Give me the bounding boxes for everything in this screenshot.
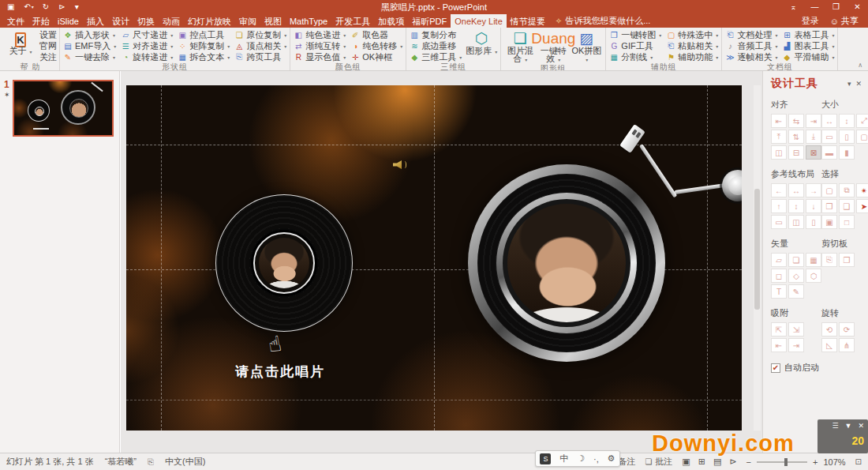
help-link-button[interactable]: 官网 <box>39 40 57 51</box>
ribbon-button[interactable]: ⊞ 表格工具 ▾ <box>781 29 835 40</box>
tell-me-box[interactable]: ✧ 告诉我您想要做什么... <box>556 14 651 28</box>
ribbon-button[interactable]: ◔ 旋转递进 ▾ <box>120 51 174 62</box>
tonearm-pivot[interactable] <box>722 170 742 201</box>
tool-button[interactable]: ⇆ <box>788 114 804 128</box>
ribbon-button[interactable]: R 显示色值 ▾ <box>293 51 346 62</box>
tool-button[interactable]: ⟲ <box>821 322 837 337</box>
autostart-checkbox[interactable]: ✔ <box>771 363 780 373</box>
view-button[interactable]: ▤ <box>713 457 721 467</box>
tool-button[interactable]: ↕ <box>839 114 855 128</box>
slide-canvas[interactable]: ☝ 请点击此唱片 <box>126 85 742 431</box>
ribbon-tab[interactable]: 加载项 <box>374 14 408 28</box>
tool-button[interactable]: ⟳ <box>839 322 855 337</box>
ribbon-button[interactable]: ▥ 复制分布 <box>409 29 462 40</box>
ribbon-button[interactable]: ⎗ 文档处理 ▾ <box>724 29 778 40</box>
tool-button[interactable]: ⇅ <box>788 130 804 144</box>
tool-button[interactable]: ▭ <box>821 130 837 144</box>
ribbon-tab[interactable]: 幻灯片放映 <box>184 14 235 28</box>
tool-button[interactable]: ▮ <box>839 145 855 160</box>
panel-close-icon[interactable]: ✕ <box>855 80 862 88</box>
ribbon-button[interactable]: G GIF工具 <box>608 40 662 51</box>
ribbon-button[interactable]: ❏ 原位复制 ▾ <box>234 29 287 40</box>
ribbon-button[interactable]: ☰ 对齐递进 ▾ <box>120 40 174 51</box>
ribbon-tab[interactable]: MathType <box>286 14 331 28</box>
fit-slide-icon[interactable]: ⊡ <box>855 457 862 466</box>
ribbon-tab[interactable]: 福昕PDF <box>408 14 451 28</box>
tool-button[interactable]: ▦ <box>806 253 821 267</box>
ribbon-tab[interactable]: iSlide <box>54 14 83 28</box>
panel-collapse-icon[interactable]: ▾ <box>847 80 851 88</box>
restore-icon[interactable]: ❐ <box>825 0 847 14</box>
ribbon-tab[interactable]: OneKey Lite <box>451 14 507 28</box>
tool-button[interactable]: ⤢ <box>856 114 868 128</box>
ribbon-button[interactable]: ✛ OK神框 <box>350 51 403 62</box>
ribbon-button[interactable]: ▢ 特殊选中 ▾ <box>665 29 719 40</box>
tool-button[interactable]: → <box>806 183 821 197</box>
ribbon-tab[interactable]: 设计 <box>108 14 133 28</box>
tool-button[interactable]: ❑ <box>839 199 855 213</box>
scrollbar-thumb[interactable] <box>754 189 760 310</box>
tool-button[interactable]: ↔ <box>788 183 804 197</box>
zoom-level[interactable]: 107% <box>823 457 845 467</box>
ribbon-big-button[interactable]: ⬡ 图形库 ▾ <box>465 29 498 56</box>
ribbon-button[interactable]: ❖ 插入形状 ▾ <box>62 29 117 40</box>
ribbon-big-button[interactable]: ▨ OK拼图 ▾ <box>570 29 603 64</box>
ribbon-button[interactable]: ▤ EMF导入 ▾ <box>62 40 117 51</box>
tool-button[interactable]: ▬ <box>821 145 837 160</box>
widget-dropdown-icon[interactable]: ▼ <box>845 422 852 430</box>
vinyl-record-small[interactable] <box>215 194 353 332</box>
sign-in-button[interactable]: 登录 <box>802 15 819 27</box>
ribbon-button[interactable]: ◆ 三维工具 ▾ <box>409 51 462 62</box>
view-button[interactable]: ⊞ <box>698 457 705 467</box>
tonearm-segment[interactable] <box>639 144 677 197</box>
tool-button[interactable]: ↑ <box>771 199 787 213</box>
ribbon-button[interactable]: ⇄ 渐纯互转 ▾ <box>293 40 346 51</box>
ribbon-button[interactable]: ▱ 尺寸递进 ▾ <box>120 29 174 40</box>
ribbon-button[interactable]: ◧ 纯色递进 ▾ <box>293 29 346 40</box>
help-link-button[interactable]: 设置 <box>39 29 57 40</box>
tool-button[interactable]: ↕ <box>788 199 804 213</box>
ribbon-tab[interactable]: 开发工具 <box>331 14 374 28</box>
tool-button[interactable]: ◫ <box>771 145 787 160</box>
view-button[interactable]: ⊳ <box>729 457 736 467</box>
language-button[interactable]: 中文(中国) <box>165 456 205 468</box>
slide-counter[interactable]: 幻灯片 第 1 张, 共 1 张 <box>6 456 94 468</box>
ribbon-big-button[interactable]: Duang 一键特效 ▾ <box>537 29 570 64</box>
ribbon-tab[interactable]: 开始 <box>28 14 54 28</box>
about-button[interactable]: K 关于 ▾ <box>4 29 37 56</box>
ribbon-button[interactable]: ⁘ 矩阵复制 ▾ <box>177 40 230 51</box>
close-icon[interactable]: ✕ <box>847 0 868 14</box>
ribbon-button[interactable]: ⎗ 粘贴相关 ▾ <box>665 40 719 51</box>
tool-button[interactable]: ▭ <box>771 215 787 229</box>
view-button[interactable]: ▣ <box>682 457 690 467</box>
ribbon-tab[interactable]: 审阅 <box>235 14 260 28</box>
tool-button[interactable]: T <box>771 284 787 299</box>
qat-button[interactable]: ▾ <box>75 0 80 14</box>
widget-menu-icon[interactable]: ☰ <box>832 422 838 430</box>
ribbon-tab[interactable]: 插入 <box>83 14 108 28</box>
tool-button[interactable]: ↓ <box>806 199 821 213</box>
qat-button[interactable]: ⊳ <box>58 0 65 14</box>
tool-button[interactable]: ⬡ <box>806 269 821 283</box>
ime-settings-icon[interactable]: ⚙ <box>608 453 615 464</box>
tool-button[interactable]: ⇤ <box>771 338 787 352</box>
ribbon-button[interactable]: ◑ 纯色转移 ▾ <box>350 40 403 51</box>
tool-button[interactable]: ❐ <box>821 199 837 213</box>
ribbon-button[interactable]: ≋ 底边垂移 <box>409 40 462 51</box>
tool-button[interactable]: ↔ <box>821 114 837 128</box>
ime-mode-button[interactable]: 中 <box>559 453 568 464</box>
comments-toggle[interactable]: ❏ 批注 <box>645 456 672 468</box>
tool-button[interactable]: ▢ <box>821 183 837 197</box>
tool-button[interactable]: ⇥ <box>788 338 804 352</box>
audio-speaker-icon[interactable] <box>393 158 407 171</box>
tool-button[interactable]: ⇱ <box>771 322 787 337</box>
tool-button[interactable]: ⧉ <box>839 183 855 197</box>
tool-button[interactable]: ⊟ <box>788 145 804 160</box>
ribbon-tab[interactable]: 切换 <box>133 14 159 28</box>
ime-shape-icon[interactable]: ☽ <box>577 453 585 464</box>
ime-punctuation-icon[interactable]: ·, <box>593 454 599 464</box>
help-link-button[interactable]: 关注 <box>39 51 57 62</box>
zoom-in-button[interactable]: + <box>813 457 817 467</box>
tool-button[interactable]: ⋔ <box>839 338 855 352</box>
ribbon-button[interactable]: ▦ 分割线 ▾ <box>608 51 662 62</box>
